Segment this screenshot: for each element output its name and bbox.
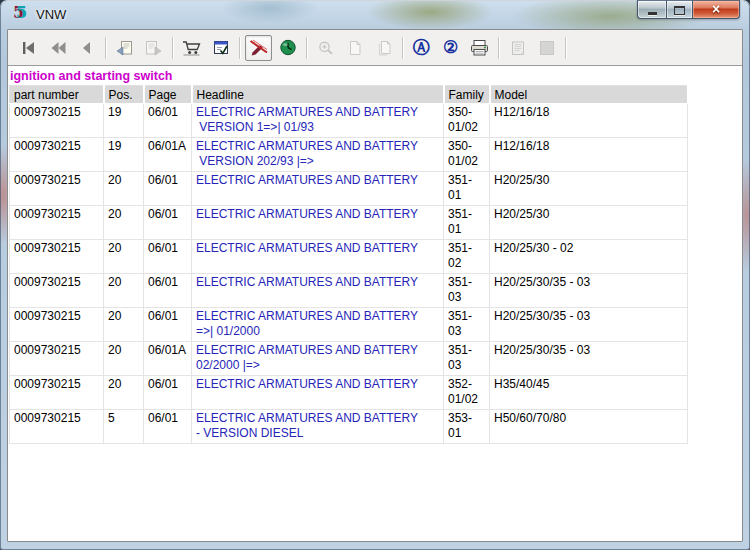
caption-buttons: × xyxy=(637,0,740,19)
part-number-cell: 0009730215 xyxy=(10,376,104,410)
globe-clock-icon xyxy=(279,39,297,56)
document-back-button[interactable] xyxy=(111,35,138,61)
order-form-button[interactable] xyxy=(207,35,234,61)
model-cell: H20/25/30 xyxy=(490,206,688,240)
page-cell: 06/01 xyxy=(144,308,192,342)
page-cell: 06/01 xyxy=(144,376,192,410)
headline-link[interactable]: ELECTRIC ARMATURES AND BATTERY xyxy=(192,240,444,274)
headline-link[interactable]: ELECTRIC ARMATURES AND BATTERY VERSION 1… xyxy=(192,104,444,138)
document-back-icon xyxy=(115,40,134,56)
pos-cell: 20 xyxy=(104,206,144,240)
circled-2-button[interactable]: ② xyxy=(437,35,464,61)
table-row: 00097302151906/01AELECTRIC ARMATURES AND… xyxy=(10,138,688,172)
pos-cell: 20 xyxy=(104,308,144,342)
page-cell: 06/01A xyxy=(144,342,192,376)
family-cell: 353-01 xyxy=(444,410,490,444)
table-header-row: part number Pos. Page Headline Family Mo… xyxy=(10,86,688,104)
go-previous-icon xyxy=(78,40,96,56)
table-row: 00097302151906/01ELECTRIC ARMATURES AND … xyxy=(10,104,688,138)
pos-cell: 19 xyxy=(104,138,144,172)
go-previous-fast-button[interactable] xyxy=(44,35,71,61)
pos-cell: 20 xyxy=(104,240,144,274)
pos-cell: 20 xyxy=(104,376,144,410)
go-first-button[interactable] xyxy=(15,35,42,61)
notepad-icon xyxy=(509,40,527,56)
printer-button[interactable] xyxy=(466,35,493,61)
results-table: part number Pos. Page Headline Family Mo… xyxy=(9,85,689,444)
shopping-cart-icon xyxy=(181,40,202,56)
table-row: 0009730215506/01ELECTRIC ARMATURES AND B… xyxy=(10,410,688,444)
results-table-body: 00097302151906/01ELECTRIC ARMATURES AND … xyxy=(10,104,688,444)
globe-clock-button[interactable] xyxy=(274,35,301,61)
app-window: VNW × Ⓐ② ignition and starting switch xyxy=(0,0,750,550)
no-edit-pen-button[interactable] xyxy=(245,35,272,61)
model-cell: H20/25/30/35 - 03 xyxy=(490,308,688,342)
table-row: 00097302152006/01ELECTRIC ARMATURES AND … xyxy=(10,206,688,240)
window-title: VNW xyxy=(36,7,66,22)
part-number-cell: 0009730215 xyxy=(10,104,104,138)
pos-cell: 19 xyxy=(104,104,144,138)
circled-a-icon: Ⓐ xyxy=(413,39,430,56)
close-icon: × xyxy=(712,1,720,18)
model-cell: H50/60/70/80 xyxy=(490,410,688,444)
page-copy-button xyxy=(370,35,397,61)
family-cell: 351-02 xyxy=(444,240,490,274)
maximize-icon xyxy=(674,6,685,15)
headline-link[interactable]: ELECTRIC ARMATURES AND BATTERY - VERSION… xyxy=(192,410,444,444)
model-cell: H20/25/30 - 02 xyxy=(490,240,688,274)
model-cell: H20/25/30/35 - 03 xyxy=(490,342,688,376)
column-header-headline: Headline xyxy=(192,86,444,104)
shopping-cart-button[interactable] xyxy=(178,35,205,61)
printer-icon xyxy=(469,39,490,56)
client-area: Ⓐ② ignition and starting switch part num… xyxy=(7,29,743,542)
model-cell: H20/25/30/35 - 03 xyxy=(490,274,688,308)
minimize-button[interactable] xyxy=(637,0,666,19)
pos-cell: 20 xyxy=(104,274,144,308)
part-number-cell: 0009730215 xyxy=(10,410,104,444)
pos-cell: 5 xyxy=(104,410,144,444)
zoom-in-button xyxy=(312,35,339,61)
toolbar-separator xyxy=(565,37,566,59)
page-cell: 06/01 xyxy=(144,206,192,240)
zoom-in-icon xyxy=(317,40,335,56)
headline-link[interactable]: ELECTRIC ARMATURES AND BATTERY =>| 01/20… xyxy=(192,308,444,342)
headline-link[interactable]: ELECTRIC ARMATURES AND BATTERY 02/2000 |… xyxy=(192,342,444,376)
part-number-cell: 0009730215 xyxy=(10,138,104,172)
column-header-family: Family xyxy=(444,86,490,104)
table-row: 00097302152006/01ELECTRIC ARMATURES AND … xyxy=(10,172,688,206)
document-forward-button xyxy=(140,35,167,61)
page-cell: 06/01 xyxy=(144,410,192,444)
toolbar-separator xyxy=(172,37,173,59)
headline-link[interactable]: ELECTRIC ARMATURES AND BATTERY xyxy=(192,206,444,240)
column-header-page: Page xyxy=(144,86,192,104)
close-button[interactable]: × xyxy=(693,0,740,19)
family-cell: 351-03 xyxy=(444,274,490,308)
headline-link[interactable]: ELECTRIC ARMATURES AND BATTERY xyxy=(192,172,444,206)
pos-cell: 20 xyxy=(104,172,144,206)
family-cell: 350-01/02 xyxy=(444,138,490,172)
no-edit-pen-icon xyxy=(248,39,269,56)
stop-square-button xyxy=(533,35,560,61)
go-previous-button[interactable] xyxy=(73,35,100,61)
model-cell: H12/16/18 xyxy=(490,138,688,172)
stop-square-icon xyxy=(538,40,556,56)
titlebar[interactable]: VNW × xyxy=(7,0,743,29)
family-cell: 351-03 xyxy=(444,308,490,342)
part-number-cell: 0009730215 xyxy=(10,342,104,376)
headline-link[interactable]: ELECTRIC ARMATURES AND BATTERY VERSION 2… xyxy=(192,138,444,172)
page-cell: 06/01A xyxy=(144,138,192,172)
headline-link[interactable]: ELECTRIC ARMATURES AND BATTERY xyxy=(192,274,444,308)
table-row: 00097302152006/01AELECTRIC ARMATURES AND… xyxy=(10,342,688,376)
go-previous-fast-icon xyxy=(49,40,67,56)
column-header-part-number: part number xyxy=(10,86,104,104)
family-cell: 350-01/02 xyxy=(444,104,490,138)
headline-link[interactable]: ELECTRIC ARMATURES AND BATTERY xyxy=(192,376,444,410)
circled-a-button[interactable]: Ⓐ xyxy=(408,35,435,61)
page-blank-icon xyxy=(346,40,364,56)
page-cell: 06/01 xyxy=(144,104,192,138)
minimize-icon xyxy=(648,12,657,15)
maximize-button[interactable] xyxy=(666,0,693,19)
page-copy-icon xyxy=(375,40,393,56)
circled-2-icon: ② xyxy=(443,39,458,56)
toolbar-separator xyxy=(402,37,403,59)
